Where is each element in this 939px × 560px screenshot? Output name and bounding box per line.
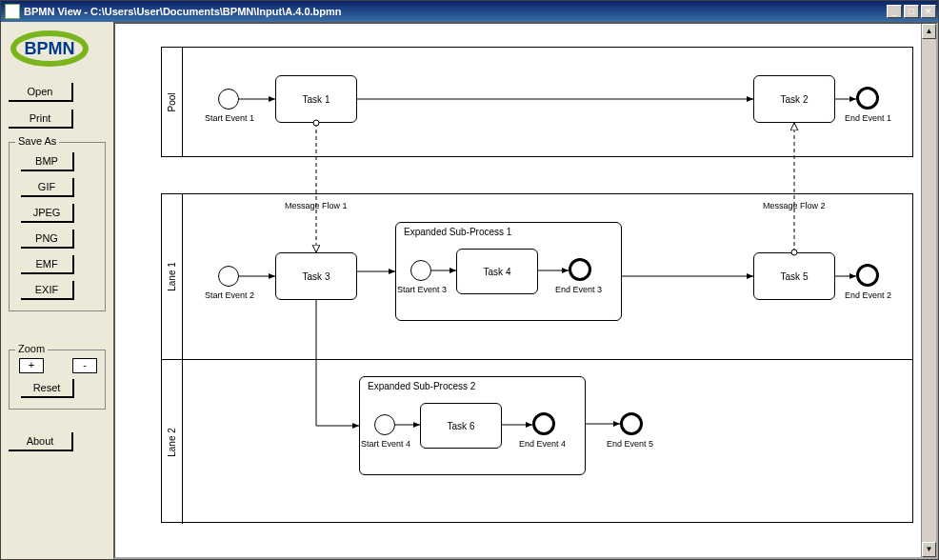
save-bmp-button[interactable]: BMP [21, 152, 74, 171]
start-event-2-label: Start Event 2 [205, 290, 254, 300]
start-event-3-label: Start Event 3 [397, 285, 447, 294]
message-flow-1-label: Message Flow 1 [285, 201, 348, 210]
svg-text:BPMN: BPMN [25, 39, 75, 58]
sidebar: BPMN Open Print Save As BMP GIF JPEG PNG… [1, 22, 113, 559]
zoom-label: Zoom [15, 343, 48, 354]
zoom-group: Zoom + - Reset [9, 350, 106, 410]
lane-divider [183, 359, 912, 360]
save-as-label: Save As [15, 135, 59, 147]
save-as-group: Save As BMP GIF JPEG PNG EMF EXIF [9, 142, 106, 311]
start-event-1[interactable] [218, 89, 239, 110]
task-5[interactable]: Task 5 [753, 252, 835, 300]
end-event-2-label: End Event 2 [845, 290, 891, 300]
maximize-button[interactable]: □ [904, 5, 919, 18]
start-event-4[interactable] [374, 414, 395, 435]
save-gif-button[interactable]: GIF [21, 178, 74, 197]
start-event-3[interactable] [410, 260, 431, 281]
save-png-button[interactable]: PNG [21, 230, 74, 249]
vertical-scrollbar[interactable]: ▲ ▼ [921, 24, 936, 557]
start-event-4-label: Start Event 4 [361, 439, 410, 449]
save-jpeg-button[interactable]: JPEG [21, 204, 74, 223]
message-flow-2-label: Message Flow 2 [763, 201, 826, 210]
task-1[interactable]: Task 1 [275, 75, 357, 123]
start-event-1-label: Start Event 1 [205, 113, 254, 123]
diagram-canvas[interactable]: Pool Lane 1 Lane 2 Start Event 1 Task 1 … [113, 22, 938, 559]
end-event-1-label: End Event 1 [845, 113, 891, 123]
minimize-button[interactable]: _ [887, 5, 902, 18]
lane-2-label: Lane 2 [162, 359, 183, 524]
pool-1-label: Pool [162, 48, 183, 156]
app-window: BPMN View - C:\Users\User\Documents\BPMN… [0, 0, 939, 560]
bpmn-logo: BPMN [9, 30, 90, 68]
save-emf-button[interactable]: EMF [21, 255, 74, 274]
end-event-4-label: End Event 4 [519, 439, 566, 449]
end-event-3[interactable] [569, 258, 591, 281]
titlebar: BPMN View - C:\Users\User\Documents\BPMN… [1, 1, 938, 22]
zoom-out-button[interactable]: - [72, 358, 97, 373]
window-title: BPMN View - C:\Users\User\Documents\BPMN… [24, 6, 885, 17]
end-event-3-label: End Event 3 [555, 285, 602, 294]
task-4[interactable]: Task 4 [456, 249, 538, 294]
end-event-5-label: End Event 5 [607, 439, 653, 449]
start-event-2[interactable] [218, 266, 239, 287]
zoom-in-button[interactable]: + [19, 358, 44, 373]
save-exif-button[interactable]: EXIF [21, 281, 74, 300]
app-icon [5, 4, 20, 19]
scroll-down-button[interactable]: ▼ [922, 542, 936, 557]
client-area: BPMN Open Print Save As BMP GIF JPEG PNG… [1, 22, 938, 559]
task-6[interactable]: Task 6 [420, 403, 502, 449]
lane-1-label: Lane 1 [162, 194, 183, 359]
scroll-up-button[interactable]: ▲ [922, 24, 936, 39]
end-event-4[interactable] [532, 412, 555, 435]
end-event-1[interactable] [856, 87, 879, 110]
open-button[interactable]: Open [9, 83, 73, 102]
task-3[interactable]: Task 3 [275, 252, 357, 300]
zoom-reset-button[interactable]: Reset [21, 379, 74, 398]
about-button[interactable]: About [9, 432, 73, 451]
sub-process-2-label: Expanded Sub-Process 2 [368, 381, 475, 391]
sub-process-1-label: Expanded Sub-Process 1 [404, 227, 511, 237]
print-button[interactable]: Print [9, 110, 73, 129]
end-event-2[interactable] [856, 264, 879, 287]
end-event-5[interactable] [620, 412, 643, 435]
task-2[interactable]: Task 2 [753, 75, 835, 123]
close-button[interactable]: ✕ [921, 5, 936, 18]
